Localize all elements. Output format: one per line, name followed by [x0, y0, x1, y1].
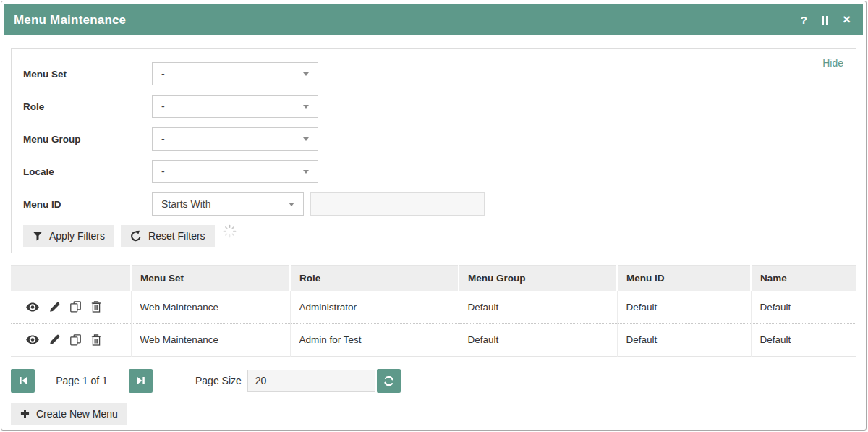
- column-header-role: Role: [290, 266, 459, 292]
- close-icon[interactable]: ×: [843, 12, 851, 26]
- page-indicator: Page 1 of 1: [56, 375, 108, 386]
- reset-filters-button[interactable]: Reset Filters: [121, 225, 215, 247]
- results-table: Menu Set Role Menu Group Menu ID Name: [11, 265, 856, 357]
- row-actions: [20, 301, 122, 313]
- row-actions: [20, 334, 122, 346]
- page-size-input[interactable]: [247, 370, 375, 392]
- chevron-down-icon: [303, 137, 309, 141]
- cell-role: Admin for Test: [290, 323, 459, 356]
- column-header-name: Name: [751, 266, 856, 292]
- filter-row-menu-id: Menu ID Starts With: [23, 192, 844, 216]
- menu-maintenance-window: Menu Maintenance ? × Hide Menu Set - Rol…: [1, 1, 867, 431]
- first-page-icon: [18, 376, 28, 386]
- menu-set-select[interactable]: -: [152, 62, 318, 85]
- locale-value: -: [161, 166, 165, 177]
- menu-id-label: Menu ID: [23, 199, 152, 210]
- apply-filters-button[interactable]: Apply Filters: [23, 225, 114, 247]
- cell-menu-group: Default: [459, 323, 617, 356]
- title-bar: Menu Maintenance ? ×: [4, 4, 863, 35]
- delete-trash-icon[interactable]: [91, 301, 101, 313]
- last-page-icon: [136, 376, 146, 386]
- menu-group-value: -: [161, 133, 165, 145]
- help-icon[interactable]: ?: [801, 14, 807, 25]
- menu-id-operator-value: Starts With: [161, 198, 210, 210]
- pause-icon[interactable]: [822, 16, 828, 25]
- table-header-row: Menu Set Role Menu Group Menu ID Name: [11, 266, 856, 292]
- cell-name: Default: [751, 291, 856, 323]
- chevron-down-icon: [303, 170, 309, 174]
- cell-menu-id: Default: [617, 323, 751, 356]
- cell-menu-group: Default: [459, 291, 617, 323]
- window-title: Menu Maintenance: [14, 13, 126, 27]
- footer-row: Create New Menu: [11, 403, 856, 425]
- menu-group-select[interactable]: -: [152, 127, 318, 151]
- first-page-button[interactable]: [11, 369, 35, 393]
- edit-pencil-icon[interactable]: [49, 334, 60, 345]
- view-eye-icon[interactable]: [26, 302, 39, 312]
- menu-set-label: Menu Set: [23, 69, 152, 80]
- last-page-button[interactable]: [129, 369, 153, 393]
- reset-undo-icon: [130, 230, 142, 242]
- filter-row-role: Role -: [23, 95, 844, 118]
- cell-name: Default: [751, 323, 856, 356]
- column-header-menu-group: Menu Group: [459, 266, 617, 292]
- column-header-actions: [11, 266, 131, 292]
- copy-icon[interactable]: [70, 334, 81, 346]
- chevron-down-icon: [289, 203, 294, 206]
- column-header-menu-id: Menu ID: [617, 266, 751, 292]
- apply-filters-label: Apply Filters: [49, 230, 105, 242]
- page-size-label: Page Size: [195, 375, 242, 386]
- locale-label: Locale: [23, 166, 152, 177]
- view-eye-icon[interactable]: [26, 335, 39, 344]
- plus-icon: [20, 409, 30, 418]
- create-new-menu-label: Create New Menu: [36, 408, 118, 420]
- edit-pencil-icon[interactable]: [49, 302, 60, 313]
- menu-group-label: Menu Group: [23, 134, 152, 145]
- cell-role: Administrator: [290, 291, 459, 323]
- loading-spinner-icon: [223, 224, 237, 238]
- copy-icon[interactable]: [70, 301, 81, 313]
- filter-row-locale: Locale -: [23, 160, 844, 183]
- filter-row-menu-set: Menu Set -: [23, 62, 844, 85]
- cell-menu-set: Web Maintenance: [131, 323, 290, 356]
- table-row: Web Maintenance Administrator Default De…: [11, 291, 856, 323]
- table-row: Web Maintenance Admin for Test Default D…: [11, 323, 856, 356]
- filter-buttons-row: Apply Filters Reset Filters: [23, 225, 844, 247]
- pagination-bar: Page 1 of 1 Page Size: [11, 369, 856, 393]
- filter-panel: Hide Menu Set - Role - Menu Group -: [11, 48, 856, 253]
- menu-id-operator-select[interactable]: Starts With: [152, 192, 304, 216]
- reset-filters-label: Reset Filters: [148, 230, 205, 242]
- menu-set-value: -: [161, 68, 165, 80]
- delete-trash-icon[interactable]: [91, 334, 101, 346]
- role-value: -: [161, 101, 165, 112]
- role-select[interactable]: -: [152, 95, 318, 118]
- role-label: Role: [23, 101, 152, 112]
- refresh-button[interactable]: [377, 369, 401, 393]
- filter-row-menu-group: Menu Group -: [23, 127, 844, 151]
- cell-menu-id: Default: [617, 291, 751, 323]
- window-content: Hide Menu Set - Role - Menu Group -: [4, 35, 863, 427]
- chevron-down-icon: [303, 105, 309, 109]
- chevron-down-icon: [303, 72, 309, 76]
- window-controls: ? ×: [801, 14, 851, 26]
- locale-select[interactable]: -: [152, 160, 318, 183]
- create-new-menu-button[interactable]: Create New Menu: [11, 403, 127, 425]
- column-header-menu-set: Menu Set: [131, 266, 290, 292]
- refresh-icon: [383, 375, 395, 387]
- hide-filters-link[interactable]: Hide: [822, 57, 843, 69]
- menu-id-input[interactable]: [310, 192, 485, 216]
- filter-funnel-icon: [33, 231, 43, 241]
- cell-menu-set: Web Maintenance: [131, 291, 290, 323]
